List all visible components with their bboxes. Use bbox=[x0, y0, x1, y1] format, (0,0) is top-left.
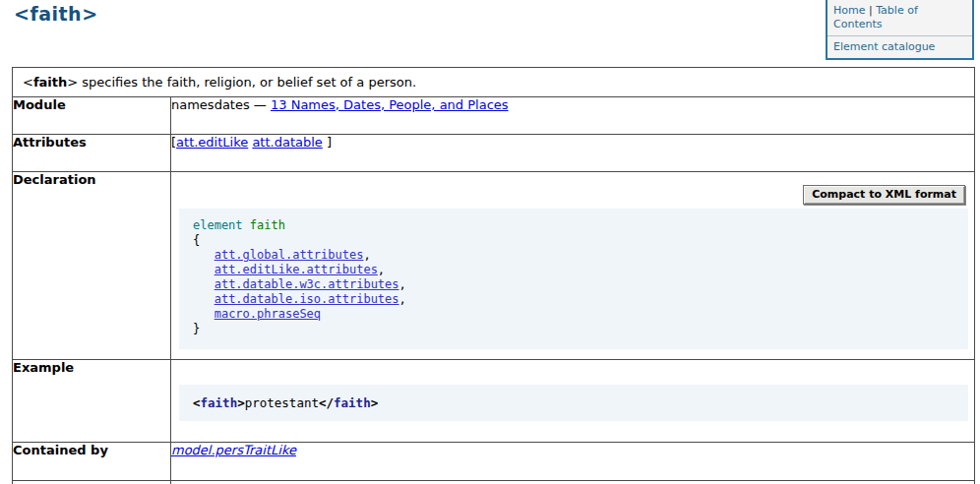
desc-text: specifies the faith, religion, or belief… bbox=[78, 75, 416, 90]
attributes-row: Attributes [att.editLike att.datable ] bbox=[13, 135, 975, 172]
example-open-lt: < bbox=[193, 395, 201, 410]
code-comma: , bbox=[399, 277, 406, 291]
code-close-brace: } bbox=[193, 322, 200, 335]
code-open-brace: { bbox=[193, 233, 200, 247]
page-header: <faith> Home | Table of Contents Element… bbox=[0, 0, 980, 67]
code-comma: , bbox=[378, 263, 385, 276]
home-link[interactable]: Home bbox=[833, 4, 865, 17]
code-keyword: element bbox=[193, 218, 243, 232]
attributes-label: Attributes bbox=[13, 135, 171, 172]
module-name: namesdates — bbox=[171, 97, 271, 112]
module-label: Module bbox=[13, 97, 171, 135]
example-tag-name: faith bbox=[201, 395, 238, 410]
nav-row-top: Home | Table of Contents bbox=[827, 0, 972, 36]
example-text: protestant bbox=[245, 395, 319, 410]
example-close-lt: </ bbox=[319, 395, 334, 410]
nav-row-bottom: Element catalogue bbox=[827, 36, 972, 58]
contained-by-row: Contained by model.persTraitLike bbox=[13, 443, 975, 481]
desc-tag-name: faith bbox=[33, 75, 67, 90]
module-chapter-link[interactable]: 13 Names, Dates, People, and Places bbox=[271, 97, 509, 112]
cutoff-left-cell bbox=[13, 481, 171, 484]
example-row: Example <faith>protestant</faith> bbox=[13, 360, 975, 443]
button-row: Compact to XML format bbox=[171, 172, 974, 205]
desc-tag-close: > bbox=[67, 75, 78, 90]
macro-phraseseq-link[interactable]: macro.phraseSeq bbox=[214, 307, 321, 321]
example-close-gt: > bbox=[371, 395, 379, 410]
code-comma: , bbox=[399, 292, 406, 306]
compact-to-xml-button[interactable]: Compact to XML format bbox=[803, 185, 965, 205]
description-row: <faith> specifies the faith, religion, o… bbox=[13, 68, 975, 97]
cutoff-row bbox=[13, 481, 975, 484]
contained-by-label: Contained by bbox=[13, 443, 171, 481]
example-label: Example bbox=[13, 360, 171, 443]
doc-table: <faith> specifies the faith, religion, o… bbox=[12, 67, 975, 484]
desc-tag-open: < bbox=[23, 75, 33, 90]
model-perstraitlike-link[interactable]: model.persTraitLike bbox=[171, 443, 296, 457]
nav-separator: | bbox=[869, 4, 873, 17]
code-element-name: faith bbox=[250, 218, 285, 232]
att-global-attributes-link[interactable]: att.global.attributes bbox=[214, 248, 364, 262]
element-catalogue-link[interactable]: Element catalogue bbox=[833, 40, 935, 53]
att-datable-link[interactable]: att.datable bbox=[252, 135, 322, 150]
att-datable-w3c-attributes-link[interactable]: att.datable.w3c.attributes bbox=[214, 277, 399, 291]
element-description: <faith> specifies the faith, religion, o… bbox=[13, 68, 974, 90]
att-editlike-link[interactable]: att.editLike bbox=[176, 135, 248, 150]
att-editlike-attributes-link[interactable]: att.editLike.attributes bbox=[214, 263, 378, 276]
attributes-close-bracket: ] bbox=[323, 135, 332, 150]
declaration-row: Declaration Compact to XML format elemen… bbox=[13, 172, 975, 360]
code-comma: , bbox=[363, 248, 370, 262]
example-close-tag-name: faith bbox=[334, 395, 371, 410]
nav-box: Home | Table of Contents Element catalog… bbox=[826, 0, 974, 60]
declaration-code: element faith { att.global.attributes, a… bbox=[179, 209, 968, 349]
declaration-label: Declaration bbox=[13, 172, 171, 360]
att-datable-iso-attributes-link[interactable]: att.datable.iso.attributes bbox=[214, 292, 399, 306]
cutoff-right-cell bbox=[171, 481, 975, 484]
module-row: Module namesdates — 13 Names, Dates, Peo… bbox=[13, 97, 975, 135]
example-code: <faith>protestant</faith> bbox=[179, 385, 968, 421]
page-title: <faith> bbox=[14, 3, 98, 25]
example-gt: > bbox=[237, 395, 245, 410]
